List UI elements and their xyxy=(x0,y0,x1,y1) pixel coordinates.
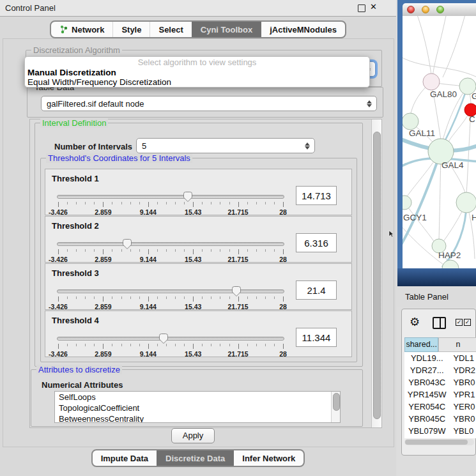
gear-icon[interactable]: ⚙ xyxy=(410,315,420,329)
top-tab-bar: Network Style Select Cyni Toolbox jActiv… xyxy=(0,20,396,38)
node-bottom[interactable] xyxy=(442,260,459,268)
control-panel-titlebar: Control Panel ✕ xyxy=(0,0,396,17)
table-row[interactable]: YDL19...YDL1 xyxy=(404,352,476,364)
main-scrollbar-thumb[interactable] xyxy=(373,132,381,419)
tab-jactivemnodules[interactable]: jActiveMNodules xyxy=(261,22,345,37)
table-panel-window: ⚙ ✓ ✓ shared... n YDL19...YDL1YDR27...YD… xyxy=(401,309,476,456)
slider-track[interactable] xyxy=(57,242,284,246)
attributes-group-title: Attributes to discretize xyxy=(36,365,122,374)
table-row[interactable]: YBR045CYBR0 xyxy=(404,413,476,425)
list-item-selfloops[interactable]: SelfLoops xyxy=(55,392,340,403)
network-icon xyxy=(59,25,68,34)
table-panel-toolbar: ⚙ ✓ ✓ xyxy=(402,309,475,336)
table-data-combobox[interactable]: galFiltered.sif default node xyxy=(41,96,377,111)
tab-style[interactable]: Style xyxy=(112,22,150,37)
threshold-4-panel: Threshold 4 -3.4262.8599.14415.4321.7152… xyxy=(45,311,352,357)
slider-handle[interactable] xyxy=(158,333,169,344)
threshold-4-value-field[interactable]: 11.344 xyxy=(296,328,337,347)
dropdown-option-equal-width[interactable]: Equal Width/Frequency Discretization xyxy=(25,77,369,87)
algorithm-dropdown-popup: Select algorithm to view settings Manual… xyxy=(24,56,370,88)
close-icon[interactable]: ✕ xyxy=(370,2,377,12)
network-graph[interactable]: GAL80 G C GAL11 GAL4 GCY1 H HAP2 xyxy=(403,16,476,268)
table-panel-titlebar: Table Panel xyxy=(396,286,476,307)
threshold-1-panel: Threshold 1 -3.4262.8599.14415.4321.7152… xyxy=(45,169,352,215)
threshold-2-slider[interactable]: -3.4262.8599.14415.4321.71528 xyxy=(57,241,284,263)
tab-cyni-toolbox[interactable]: Cyni Toolbox xyxy=(192,22,261,37)
table-row[interactable]: YDR27...YDR2 xyxy=(404,364,476,376)
label-hap2: HAP2 xyxy=(438,250,461,260)
label-partial-h: H xyxy=(472,213,476,222)
table-row[interactable]: YBR043CYBR0 xyxy=(404,376,476,388)
checkbox-icon[interactable]: ✓ xyxy=(456,319,463,326)
table-hscrollbar-thumb[interactable] xyxy=(405,440,468,445)
window-close-button[interactable] xyxy=(407,6,415,13)
table-row[interactable]: YPR145WYPR1 xyxy=(404,388,476,401)
algorithm-group-title: Discretization Algorithm xyxy=(31,45,122,55)
dropdown-option-manual[interactable]: Manual Discretization xyxy=(25,68,369,77)
threshold-3-value-field[interactable]: 21.4 xyxy=(296,280,337,300)
node-gal80[interactable] xyxy=(423,73,440,90)
tab-impute-data[interactable]: Impute Data xyxy=(93,450,157,466)
table-horizontal-scrollbar[interactable] xyxy=(404,439,474,445)
slider-ticks xyxy=(58,296,283,302)
slider-handle[interactable] xyxy=(183,191,193,203)
panel-title: Control Panel xyxy=(5,3,56,13)
table-row[interactable]: YER054CYER0 xyxy=(404,401,476,413)
checkbox-icon[interactable]: ✓ xyxy=(464,319,471,326)
network-canvas[interactable]: GAL80 G C GAL11 GAL4 GCY1 H HAP2 xyxy=(403,16,476,268)
node-gal11[interactable] xyxy=(403,113,418,130)
slider-track[interactable] xyxy=(57,195,284,199)
network-window-titlebar[interactable] xyxy=(403,3,476,17)
label-gcy1: GCY1 xyxy=(403,213,427,222)
table-row[interactable]: YBL079WYBL0 xyxy=(404,425,476,437)
num-intervals-combobox[interactable]: 5 xyxy=(136,138,315,153)
threshold-2-label: Threshold 2 xyxy=(52,221,99,231)
right-dock: GAL80 G C GAL11 GAL4 GCY1 H HAP2 Table P… xyxy=(396,0,476,476)
network-window-bottom-edge xyxy=(397,268,476,286)
attributes-listbox[interactable]: SelfLoops TopologicalCoefficient Between… xyxy=(54,391,341,423)
tab-infer-network[interactable]: Infer Network xyxy=(233,450,303,466)
slider-track[interactable] xyxy=(57,337,284,341)
node-gcy1[interactable] xyxy=(403,196,411,210)
list-scrollbar[interactable] xyxy=(331,392,340,422)
threshold-1-value-field[interactable]: 14.713 xyxy=(296,186,337,205)
tab-discretize-data[interactable]: Discretize Data xyxy=(157,450,233,466)
main-vertical-scrollbar[interactable] xyxy=(371,119,381,427)
slider-tick-labels: -3.4262.8599.14415.4321.71528 xyxy=(58,208,283,216)
window-minimize-button[interactable] xyxy=(422,6,429,13)
float-window-icon[interactable] xyxy=(358,4,365,12)
app-root: Control Panel ✕ Network Style Select Cyn… xyxy=(0,0,476,476)
slider-tick-labels: -3.4262.8599.14415.4321.71528 xyxy=(58,256,283,263)
attributes-group: Attributes to discretize Numerical Attri… xyxy=(31,369,363,427)
label-partial-g: G xyxy=(472,91,476,101)
slider-handle[interactable] xyxy=(122,238,132,250)
threshold-2-value-field[interactable]: 6.316 xyxy=(296,233,337,252)
list-item-topologicalcoefficient[interactable]: TopologicalCoefficient xyxy=(55,403,340,413)
table-row[interactable]: YLR345WYLR3 xyxy=(404,437,476,438)
thresholds-group-title: Threshold's Coordinates for 5 Intervals xyxy=(46,153,192,163)
column-header-name[interactable]: n xyxy=(438,337,476,352)
combo-stepper-icon xyxy=(365,96,374,111)
threshold-1-label: Threshold 1 xyxy=(52,174,99,183)
slider-ticks xyxy=(58,202,283,207)
node-partial-h[interactable] xyxy=(456,192,476,213)
window-zoom-button[interactable] xyxy=(436,6,444,13)
threshold-3-slider[interactable]: -3.4262.8599.14415.4321.71528 xyxy=(57,288,284,310)
tab-select[interactable]: Select xyxy=(150,22,191,37)
list-scrollbar-thumb[interactable] xyxy=(333,393,340,411)
slider-track[interactable] xyxy=(57,289,284,293)
network-window-frame[interactable]: GAL80 G C GAL11 GAL4 GCY1 H HAP2 xyxy=(397,0,476,268)
slider-handle[interactable] xyxy=(231,286,242,297)
node-table[interactable]: shared... n YDL19...YDL1YDR27...YDR2YBR0… xyxy=(404,337,476,438)
column-layout-icon[interactable] xyxy=(433,317,446,329)
threshold-3-panel: Threshold 3 -3.4262.8599.14415.4321.7152… xyxy=(45,263,352,310)
threshold-4-slider[interactable]: -3.4262.8599.14415.4321.71528 xyxy=(57,335,284,357)
tab-network[interactable]: Network xyxy=(51,22,112,37)
apply-button[interactable]: Apply xyxy=(171,428,215,443)
list-item-betweennesscentrality[interactable]: BetweennessCentrality xyxy=(55,413,340,423)
mouse-cursor xyxy=(388,230,395,238)
table-body: YDL19...YDL1YDR27...YDR2YBR043CYBR0YPR14… xyxy=(404,352,476,438)
column-header-shared-name[interactable]: shared... xyxy=(404,337,438,352)
threshold-2-panel: Threshold 2 -3.4262.8599.14415.4321.7152… xyxy=(45,216,352,263)
threshold-1-slider[interactable]: -3.4262.8599.14415.4321.71528 xyxy=(57,194,284,215)
